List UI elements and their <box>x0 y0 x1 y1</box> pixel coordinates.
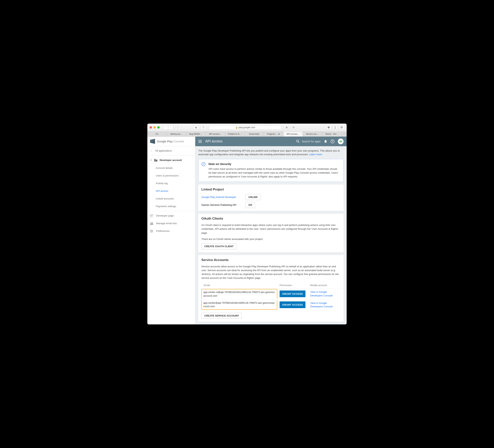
note-body: API users have access to perform actions… <box>209 167 340 179</box>
column-header-permission: Permission <box>277 282 308 288</box>
search-label: Search for apps <box>302 140 321 143</box>
svg-rect-16 <box>157 161 157 161</box>
domain-icon <box>154 159 157 162</box>
tab-1[interactable]: delivery.ac… <box>167 132 186 137</box>
address-bar[interactable]: 🔒 play.google.com <box>209 125 282 130</box>
maximize-window-button[interactable] <box>157 126 160 129</box>
tab-2[interactable]: Bug 59400:… <box>186 132 206 137</box>
chevron-down-icon: ▼ <box>150 159 152 161</box>
url-text: play.google.com <box>239 126 255 129</box>
sidebar-item-linked-accounts[interactable]: Linked accounts <box>147 195 195 202</box>
reader-button[interactable]: ◐ <box>194 125 199 130</box>
forward-button[interactable]: › <box>168 125 173 130</box>
grant-access-button[interactable]: GRANT ACCESS <box>280 290 306 297</box>
download-icon <box>327 126 330 129</box>
android-icon <box>339 140 342 143</box>
svg-rect-10 <box>155 160 155 160</box>
column-header-modify: Modify account <box>308 282 341 288</box>
svg-rect-7 <box>154 159 155 159</box>
unlink-button[interactable]: UNLINK <box>246 194 261 200</box>
search-icon <box>296 140 300 143</box>
service-account-email: app-center-ci@api-7976831618413465116-75… <box>203 291 275 297</box>
tabs-icon <box>341 126 343 129</box>
close-window-button[interactable] <box>150 126 152 129</box>
svg-rect-17 <box>150 214 153 217</box>
learn-more-link[interactable]: Learn more <box>309 153 322 156</box>
sidebar-item-activity-log[interactable]: Activity log <box>147 180 195 187</box>
service-accounts-description: Service accounts allow access to the Goo… <box>201 265 341 280</box>
tab-7[interactable]: API access… <box>284 132 303 137</box>
share-button[interactable] <box>333 125 338 130</box>
security-note: i Note on Security API users have access… <box>198 159 344 182</box>
sidebar-item-label: Manage email lists <box>156 222 177 225</box>
sidebar-item-payments-settings[interactable]: Payments settings <box>147 202 195 210</box>
minimize-window-button[interactable] <box>153 126 156 129</box>
card-title: Service Accounts <box>201 258 341 262</box>
browser-window: ‹ › ◐ ⓘ 🔒 play.google.com ↻ <box>147 124 347 324</box>
sidebar-item-api-access[interactable]: API access <box>147 187 195 195</box>
audio-button[interactable] <box>284 125 290 130</box>
sidebar-item-developer-page[interactable]: Developer page <box>147 212 195 220</box>
view-in-console-link[interactable]: View in Google Developers Console <box>310 301 338 308</box>
service-accounts-table: Email Permission Modify account app-cent… <box>201 282 341 311</box>
svg-point-21 <box>152 222 153 223</box>
project-name: Games Services Publishing API <box>201 203 246 206</box>
linked-project-row: Games Services Publishing API ON <box>201 202 341 208</box>
account-avatar[interactable] <box>338 138 344 144</box>
all-applications-link[interactable]: ← All applications <box>147 146 195 155</box>
downloads-button[interactable] <box>326 125 331 130</box>
toggle-on-button[interactable]: ON <box>246 202 255 208</box>
app-shell: Google Play Console ← All applications ▼… <box>147 137 347 324</box>
svg-rect-27 <box>151 232 151 232</box>
intro-text: The Google Play Developer Publishing API… <box>195 146 347 159</box>
tabs-button[interactable] <box>339 125 344 130</box>
tab-9[interactable]: Stores · Sm… <box>322 132 342 137</box>
linked-project-row: Google Play Android Developer UNLINK <box>201 194 341 200</box>
back-button[interactable]: ‹ <box>163 125 168 130</box>
tab-0[interactable]: Co <box>147 132 167 137</box>
tab-3[interactable]: API access… <box>206 132 225 137</box>
sidebar-toggle-button[interactable] <box>176 125 181 130</box>
content-area: API access Search for apps ? The Google … <box>195 137 347 324</box>
sidebar-item-manage-email[interactable]: Manage email lists <box>147 220 195 227</box>
svg-rect-25 <box>151 230 151 231</box>
left-nav: Google Play Console ← All applications ▼… <box>147 137 195 324</box>
notifications-button[interactable] <box>324 140 327 143</box>
reload-button[interactable]: ↻ <box>291 125 296 130</box>
svg-rect-26 <box>152 231 152 231</box>
create-oauth-client-button[interactable]: CREATE OAUTH CLIENT <box>201 243 236 249</box>
table-row: app-center@api-7976831618413465116-75957… <box>201 299 341 310</box>
service-account-email: app-center@api-7976831618413465116-75957… <box>203 301 275 308</box>
svg-line-32 <box>298 142 299 143</box>
oauth-empty-state: There are no OAuth clients associated wi… <box>201 237 341 241</box>
tab-8[interactable]: Service acc… <box>303 132 322 137</box>
sidebar-item-account-details[interactable]: Account details <box>147 164 195 172</box>
help-button[interactable]: ? <box>331 139 334 143</box>
nav-section-label: Developer account <box>160 159 182 162</box>
nav-section-header[interactable]: ▼ Developer account <box>147 156 195 164</box>
project-link[interactable]: Google Play Android Developer <box>201 196 246 199</box>
new-tab-button[interactable]: + <box>342 132 347 137</box>
nav-section: ▼ Developer account Account details User… <box>147 155 195 235</box>
speaker-icon <box>286 126 288 129</box>
card-title: Linked Project <box>201 187 341 191</box>
service-accounts-card: Service Accounts Service accounts allow … <box>198 255 344 322</box>
svg-rect-14 <box>157 160 157 160</box>
table-header-row: Email Permission Modify account <box>201 282 341 288</box>
svg-rect-8 <box>155 159 155 159</box>
nav-buttons: ‹ › <box>163 125 173 130</box>
site-info-button[interactable]: ⓘ <box>201 125 206 130</box>
tune-icon <box>150 230 154 232</box>
all-apps-label: All applications <box>155 149 172 152</box>
grant-access-button[interactable]: GRANT ACCESS <box>280 301 306 308</box>
sidebar-item-preferences[interactable]: Preferences <box>147 227 195 235</box>
sidebar-item-users-permissions[interactable]: Users & permissions <box>147 172 195 180</box>
create-service-account-button[interactable]: CREATE SERVICE ACCOUNT <box>201 313 242 319</box>
view-in-console-link[interactable]: View in Google Developers Console <box>310 290 338 297</box>
tab-bar: Co delivery.ac… Bug 59400:… API access… … <box>147 132 347 137</box>
tab-6[interactable]: Fragmen… 🔊 <box>264 132 283 137</box>
tab-4[interactable]: Publish to G… <box>225 132 245 137</box>
search-button[interactable]: Search for apps <box>296 140 321 143</box>
tab-5[interactable]: Grammarly <box>245 132 264 137</box>
menu-button[interactable] <box>198 140 202 143</box>
